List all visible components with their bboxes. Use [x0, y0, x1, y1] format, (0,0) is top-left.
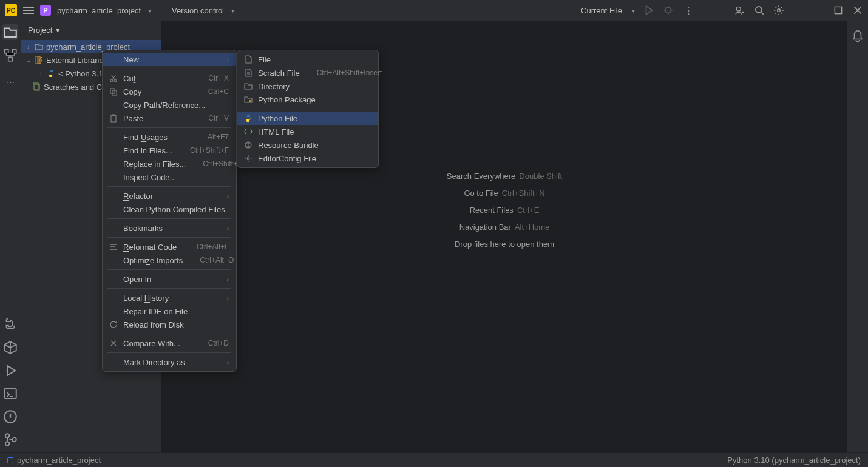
more-tools-button[interactable]: ⋯ [2, 74, 18, 90]
menu-reformat[interactable]: Reformat CodeCtrl+Alt+L [103, 240, 236, 254]
menu-repair-ide[interactable]: Repair IDE on File [103, 304, 236, 318]
submenu-new: File Scratch FileCtrl+Alt+Shift+Insert D… [237, 50, 379, 168]
menu-open-in[interactable]: Open In› [103, 272, 236, 286]
menu-paste[interactable]: PasteCtrl+V [103, 112, 236, 125]
notifications-button[interactable] [851, 29, 864, 42]
structure-tool-button[interactable] [2, 47, 18, 63]
menu-copy[interactable]: CopyCtrl+C [103, 85, 236, 98]
menu-find-in-files[interactable]: Find in Files...Ctrl+Shift+F [103, 144, 236, 157]
chevron-expand-icon: ⌄ [25, 57, 32, 64]
menu-new[interactable]: New› [103, 53, 236, 66]
submenu-html-file[interactable]: HTML File [237, 125, 378, 138]
hint-search: Search EverywhereDouble Shift [447, 171, 562, 181]
python-icon [243, 113, 253, 123]
menu-mark-directory[interactable]: Mark Directory as› [103, 355, 236, 369]
svg-point-1 [736, 7, 741, 11]
svg-point-16 [110, 79, 113, 82]
submenu-python-file[interactable]: Python File [237, 112, 378, 125]
submenu-python-package[interactable]: Python Package [237, 93, 378, 106]
main-menu-button[interactable] [23, 5, 34, 16]
status-bar: pycharm_article_project Python 3.10 (pyc… [0, 452, 868, 467]
svg-point-11 [5, 434, 10, 438]
svg-rect-4 [835, 7, 841, 13]
vcs-widget[interactable]: Version control [172, 6, 224, 15]
chevron-expand-icon: › [38, 70, 44, 77]
svg-point-3 [778, 9, 781, 12]
svg-point-8 [7, 369, 8, 371]
svg-rect-5 [4, 49, 8, 53]
chevron-expand-icon: › [25, 44, 32, 50]
debug-icon[interactable] [663, 5, 674, 16]
menu-refactor[interactable]: Refactor› [103, 189, 236, 203]
code-with-me-icon[interactable] [734, 5, 745, 16]
chevron-down-icon: ▾ [56, 25, 60, 35]
terminal-button[interactable] [2, 386, 18, 401]
status-interpreter[interactable]: Python 3.10 (pycharm_article_project) [727, 455, 861, 465]
submenu-resource-bundle[interactable]: Resource Bundle [237, 138, 378, 152]
python-console-button[interactable] [2, 317, 18, 332]
menu-inspect-code[interactable]: Inspect Code... [103, 170, 236, 184]
chevron-down-icon: ▾ [632, 7, 635, 14]
problems-button[interactable] [2, 409, 18, 425]
status-project[interactable]: pycharm_article_project [17, 455, 101, 465]
right-tool-strip [847, 21, 868, 452]
submenu-scratch-file[interactable]: Scratch FileCtrl+Alt+Shift+Insert [237, 66, 378, 79]
svg-point-13 [12, 438, 16, 442]
tree-label: < Python 3.10 [58, 69, 107, 78]
more-icon[interactable]: ⋮ [682, 5, 693, 16]
title-bar: PC P pycharm_article_project ▾ Version c… [0, 0, 868, 21]
search-icon[interactable] [754, 5, 765, 16]
chevron-down-icon: ▾ [148, 7, 151, 14]
svg-point-12 [5, 442, 10, 446]
menu-copy-path[interactable]: Copy Path/Reference... [103, 98, 236, 112]
scratch-icon [32, 82, 41, 92]
svg-rect-6 [12, 49, 16, 53]
svg-point-24 [247, 157, 249, 160]
submenu-file[interactable]: File [237, 53, 378, 66]
run-config[interactable]: Current File [581, 6, 622, 15]
run-icon[interactable] [643, 5, 654, 16]
python-icon [46, 69, 56, 78]
minimize-icon[interactable]: — [813, 5, 824, 16]
svg-point-2 [756, 7, 762, 13]
menu-local-history[interactable]: Local History› [103, 291, 236, 304]
hint-drop: Drop files here to open them [455, 239, 554, 249]
svg-point-22 [249, 100, 251, 102]
project-tool-button[interactable] [2, 24, 18, 40]
menu-optimize-imports[interactable]: Optimize ImportsCtrl+Alt+O [103, 254, 236, 267]
chevron-down-icon: ▾ [231, 7, 234, 14]
maximize-icon[interactable] [833, 5, 844, 16]
menu-cut[interactable]: CutCtrl+X [103, 72, 236, 85]
hint-navbar: Navigation BarAlt+Home [459, 222, 550, 232]
folder-icon [34, 42, 44, 52]
hint-recent: Recent FilesCtrl+E [470, 205, 540, 215]
svg-point-17 [114, 79, 117, 82]
project-title: Project [28, 25, 52, 35]
close-icon[interactable] [852, 5, 863, 16]
hint-goto: Go to FileCtrl+Shift+N [464, 188, 544, 198]
project-title-bar[interactable]: Project ▾ [21, 21, 161, 39]
settings-icon[interactable] [773, 5, 784, 16]
project-name[interactable]: pycharm_article_project [57, 6, 141, 15]
context-menu: New› CutCtrl+X CopyCtrl+C Copy Path/Refe… [102, 50, 237, 372]
submenu-editorconfig[interactable]: EditorConfig File [237, 152, 378, 165]
library-icon [34, 55, 44, 65]
menu-reload[interactable]: Reload from Disk [103, 318, 236, 331]
menu-bookmarks[interactable]: Bookmarks› [103, 221, 236, 235]
menu-compare-with[interactable]: Compare With...Ctrl+D [103, 337, 236, 350]
python-packages-button[interactable] [2, 340, 18, 355]
menu-find-usages[interactable]: Find UsagesAlt+F7 [103, 130, 236, 144]
project-badge: P [40, 5, 51, 16]
app-icon: PC [5, 4, 17, 16]
svg-rect-7 [8, 57, 13, 61]
svg-rect-20 [111, 115, 116, 122]
left-tool-strip: ⋯ [0, 21, 21, 452]
services-button[interactable] [2, 363, 18, 378]
version-control-button[interactable] [2, 432, 18, 448]
tree-label: External Libraries [46, 56, 107, 65]
menu-replace-in-files[interactable]: Replace in Files...Ctrl+Shift+R [103, 157, 236, 170]
submenu-directory[interactable]: Directory [237, 79, 378, 93]
menu-clean-python[interactable]: Clean Python Compiled Files [103, 203, 236, 216]
status-icon [7, 457, 13, 463]
